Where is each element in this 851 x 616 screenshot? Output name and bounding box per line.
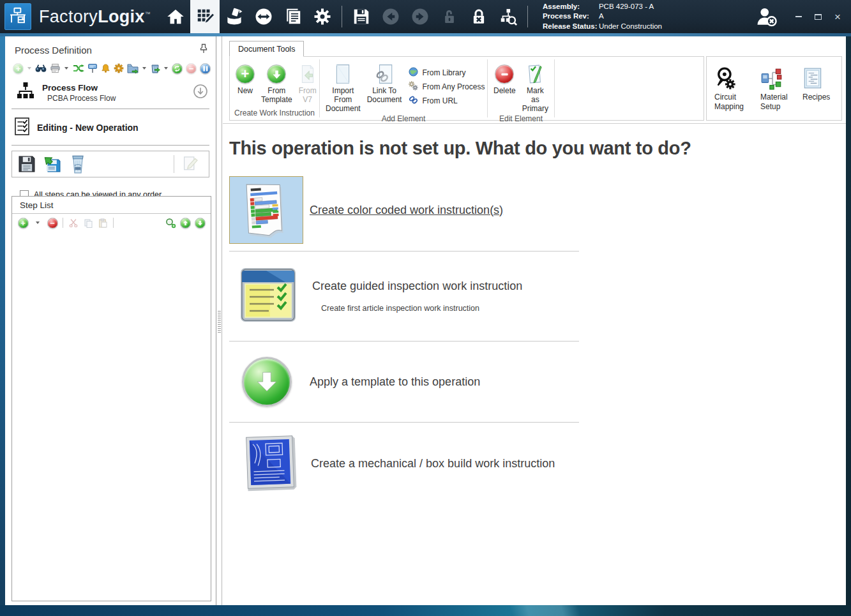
assembly-value: PCB 429-073 - A: [599, 2, 654, 12]
move-up-icon[interactable]: [179, 217, 191, 229]
option-mechanical-box-build[interactable]: Create a mechanical / box build work ins…: [229, 429, 846, 498]
setup-content: This operation is not set up. What do yo…: [223, 124, 846, 498]
from-any-process-button[interactable]: From Any Process: [409, 81, 485, 93]
new-button[interactable]: + New: [232, 60, 258, 107]
trash-dropdown-icon[interactable]: [163, 63, 169, 74]
lock-x-icon[interactable]: [464, 0, 493, 33]
new-plus-orb-icon: +: [236, 62, 255, 86]
toolbar-divider: [113, 218, 114, 228]
remove-icon[interactable]: −: [186, 63, 197, 74]
process-engineering-icon[interactable]: [190, 0, 220, 33]
factorylogix-window: FactoryLogix™: [0, 0, 851, 616]
unlock-icon[interactable]: [435, 0, 464, 33]
process-definition-panel: Process Definition +: [5, 36, 216, 605]
from-template-button[interactable]: From Template: [258, 60, 296, 107]
production-icon[interactable]: [220, 0, 249, 33]
tab-document-tools[interactable]: Document Tools: [229, 41, 304, 57]
option-guided-inspection[interactable]: Create guided inspection work instructio…: [229, 258, 846, 334]
maximize-button[interactable]: [815, 14, 822, 20]
signpost-icon[interactable]: [87, 63, 98, 74]
save-and-close-icon[interactable]: [41, 153, 63, 175]
add-element-small-buttons: From Library From Any Process: [405, 60, 488, 113]
apply-template-link[interactable]: Apply a template to this operation: [310, 375, 480, 389]
link-to-document-button[interactable]: Link To Document: [364, 60, 405, 113]
step-list-empty-area[interactable]: [12, 232, 211, 616]
find-add-icon[interactable]: [165, 217, 176, 229]
recipes-button[interactable]: Recipes: [795, 57, 833, 120]
print-dropdown-icon[interactable]: [64, 63, 69, 74]
create-first-article-link[interactable]: Create first article inspection work ins…: [321, 304, 522, 313]
step-list-title: Step List: [12, 197, 211, 214]
app-title: FactoryLogix™: [39, 7, 151, 27]
pause-icon[interactable]: [200, 63, 211, 74]
delete-button[interactable]: Delete: [490, 60, 519, 113]
find-binoculars-icon[interactable]: [35, 63, 47, 74]
guided-inspection-window-icon[interactable]: [238, 264, 298, 328]
from-library-button[interactable]: From Library: [409, 67, 485, 79]
option-separator: [229, 251, 579, 252]
minimize-button[interactable]: [795, 16, 802, 17]
close-button[interactable]: ×: [834, 11, 841, 22]
ribbon-box-tools: Circuit Mapping Material Setup Recipes: [706, 56, 842, 121]
gear-icon[interactable]: [114, 63, 124, 74]
print-icon[interactable]: [50, 63, 61, 74]
delete-operation-trash-icon[interactable]: [67, 153, 89, 175]
apply-template-orb-icon[interactable]: [242, 357, 292, 407]
bell-icon[interactable]: [101, 63, 110, 74]
save-operation-icon[interactable]: [16, 153, 38, 175]
add-dropdown-icon[interactable]: [27, 63, 32, 74]
audit-search-icon[interactable]: [493, 0, 523, 33]
reports-icon[interactable]: [278, 0, 308, 33]
create-color-coded-link[interactable]: Create color coded work instruction(s): [310, 204, 503, 217]
user-logout-icon[interactable]: [753, 4, 779, 29]
export-trash-icon[interactable]: [150, 63, 160, 74]
option-apply-template[interactable]: Apply a template to this operation: [229, 348, 846, 416]
check-pencil-icon: [527, 62, 543, 86]
panel-splitter[interactable]: [216, 36, 223, 605]
from-url-button[interactable]: From URL: [409, 95, 485, 107]
panel-title: Process Definition: [15, 45, 199, 56]
export-dropdown-icon[interactable]: [142, 63, 147, 74]
create-guided-inspection-link[interactable]: Create guided inspection work instructio…: [312, 280, 522, 293]
toolbar-divider: [63, 218, 63, 228]
splitter-grip-icon[interactable]: [218, 311, 221, 333]
add-icon[interactable]: +: [13, 63, 24, 74]
expand-down-icon[interactable]: [193, 84, 208, 101]
process-flow-text: Process Flow PCBA Process Flow: [42, 83, 193, 103]
process-toolbar: +: [5, 57, 216, 78]
export-folder-icon[interactable]: [127, 63, 139, 74]
pin-icon[interactable]: [199, 43, 208, 56]
delete-orb-icon: [495, 62, 514, 86]
add-step-icon[interactable]: +: [17, 217, 29, 229]
save-icon[interactable]: [347, 0, 376, 33]
undo-icon[interactable]: [376, 0, 405, 33]
shuffle-icon[interactable]: [73, 63, 84, 74]
ribbon: + New From Template: [229, 56, 846, 121]
options-list: Create color coded work instruction(s): [229, 176, 846, 498]
process-flow-row[interactable]: Process Flow PCBA Process Flow: [5, 78, 216, 109]
option-color-coded[interactable]: Create color coded work instruction(s): [229, 176, 846, 244]
document-link-icon: [375, 62, 393, 86]
process-flow-title: Process Flow: [42, 83, 193, 93]
refresh-icon[interactable]: [172, 63, 183, 74]
import-from-document-button[interactable]: Import From Document: [322, 60, 364, 113]
redo-icon[interactable]: [405, 0, 435, 33]
remove-step-icon[interactable]: −: [47, 217, 58, 229]
material-setup-button[interactable]: Material Setup: [753, 57, 795, 120]
group-add-element: Import From Document Link To Document: [320, 57, 487, 120]
step-list-panel: Step List + −: [11, 196, 211, 601]
copy-icon: [82, 217, 94, 229]
move-down-icon[interactable]: [194, 217, 206, 229]
toolbar-divider: [174, 155, 174, 173]
blueprint-icon[interactable]: [242, 433, 297, 494]
add-step-dropdown-icon[interactable]: [32, 217, 43, 229]
create-mechanical-link[interactable]: Create a mechanical / box build work ins…: [311, 457, 555, 470]
window-frame-left: [0, 36, 5, 605]
sync-icon[interactable]: [249, 0, 278, 33]
circuit-mapping-button[interactable]: Circuit Mapping: [707, 57, 753, 120]
main-area: Document Tools + New From Template: [223, 36, 846, 605]
home-icon[interactable]: [161, 0, 190, 33]
settings-gear-icon[interactable]: [308, 0, 337, 33]
color-coded-sheet-icon[interactable]: [229, 176, 303, 244]
mark-as-primary-button[interactable]: Mark as Primary: [519, 60, 552, 113]
